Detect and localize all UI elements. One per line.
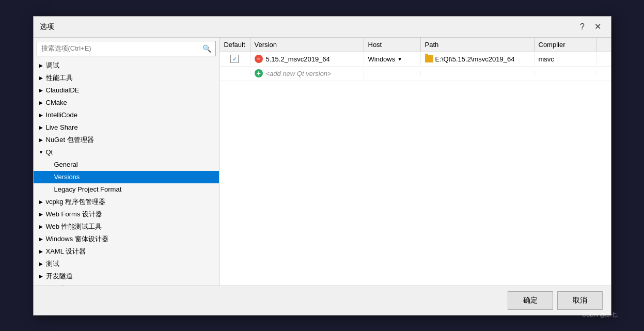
tree-arrow-platform: ▶	[38, 285, 45, 286]
table-header: Default Version Host Path Compiler	[219, 38, 611, 52]
tree-label-claudia: ClaudialDE	[46, 86, 80, 94]
right-panel: Default Version Host Path Compiler ✓ −	[219, 38, 611, 286]
tree-label-platform: 隐平台	[46, 284, 66, 286]
tree-item-perf[interactable]: ▶性能工具	[34, 72, 219, 84]
tree-arrow-webperf: ▶	[38, 223, 45, 230]
add-icon: +	[255, 69, 263, 77]
host-value: Windows	[368, 55, 396, 63]
tree-item-windows[interactable]: ▶Windows 窗体设计器	[34, 233, 219, 245]
tree-item-qt[interactable]: ▼Qt	[34, 146, 219, 159]
tree-label-nuget: NuGet 包管理器	[46, 135, 94, 145]
tree-label-perf: 性能工具	[46, 73, 73, 83]
add-version-row[interactable]: + <add new Qt version>	[219, 67, 611, 81]
dialog-body: 🔍 ▶调试▶性能工具▶ClaudialDE▶CMake▶IntelliCode▶…	[34, 38, 611, 286]
tree-arrow-liveshare: ▶	[38, 124, 45, 131]
tree-item-nuget[interactable]: ▶NuGet 包管理器	[34, 134, 219, 146]
tree-item-devpipe[interactable]: ▶开发隧道	[34, 270, 219, 282]
error-icon: −	[255, 55, 263, 63]
tree-arrow-perf: ▶	[38, 74, 45, 82]
host-dropdown-icon: ▼	[397, 56, 402, 62]
left-panel: 🔍 ▶调试▶性能工具▶ClaudialDE▶CMake▶IntelliCode▶…	[34, 38, 219, 286]
tree-item-webforms[interactable]: ▶Web Forms 设计器	[34, 208, 219, 220]
tree-item-qt-legacy[interactable]: Legacy Project Format	[34, 183, 219, 196]
help-button[interactable]: ?	[576, 21, 589, 33]
options-dialog: 选项 ? ✕ 🔍 ▶调试▶性能工具▶ClaudialDE▶CMake▶Intel…	[33, 16, 611, 316]
tree-label-liveshare: Live Share	[46, 123, 78, 131]
add-default-cell	[219, 71, 250, 75]
ok-button[interactable]: 确定	[508, 291, 553, 310]
tree-arrow-debug: ▶	[38, 62, 45, 69]
cell-path: E:\Qt\5.15.2\msvc2019_64	[421, 53, 535, 65]
dialog-footer: 确定 取消	[34, 286, 611, 315]
tree-label-test: 测试	[46, 259, 59, 269]
cell-version: − 5.15.2_msvc2019_64	[250, 53, 364, 65]
tree-item-liveshare[interactable]: ▶Live Share	[34, 121, 219, 134]
tree-label-qt-general: General	[54, 161, 78, 168]
col-header-default: Default	[219, 38, 250, 52]
title-bar: 选项 ? ✕	[34, 17, 611, 38]
search-input[interactable]	[41, 44, 202, 52]
table-body: ✓ − 5.15.2_msvc2019_64 Windows ▼ E:\Q	[219, 52, 611, 286]
dialog-backdrop: 选项 ? ✕ 🔍 ▶调试▶性能工具▶ClaudialDE▶CMake▶Intel…	[23, 11, 622, 321]
folder-icon	[425, 55, 433, 62]
tree-label-xaml: XAML 设计器	[46, 247, 86, 256]
tree-container[interactable]: ▶调试▶性能工具▶ClaudialDE▶CMake▶IntelliCode▶Li…	[34, 59, 219, 286]
tree-item-cmake[interactable]: ▶CMake	[34, 97, 219, 109]
tree-item-webperf[interactable]: ▶Web 性能测试工具	[34, 220, 219, 233]
watermark: CSDN @陈七.	[582, 311, 618, 319]
tree-item-qt-general[interactable]: General	[34, 159, 219, 171]
col-header-path: Path	[421, 38, 535, 52]
tree-label-vcpkg: vcpkg 程序包管理器	[46, 197, 106, 207]
tree-label-windows: Windows 窗体设计器	[46, 234, 108, 244]
tree-item-claudia[interactable]: ▶ClaudialDE	[34, 84, 219, 97]
tree-arrow-qt-legacy	[46, 186, 53, 193]
add-compiler-cell	[535, 71, 596, 75]
tree-arrow-qt: ▼	[38, 149, 45, 156]
title-buttons: ? ✕	[576, 21, 605, 33]
tree-arrow-webforms: ▶	[38, 211, 45, 218]
cancel-button[interactable]: 取消	[557, 291, 603, 310]
tree-arrow-test: ▶	[38, 260, 45, 267]
dialog-title: 选项	[40, 22, 54, 31]
tree-item-qt-versions[interactable]: Versions	[34, 171, 219, 183]
tree-item-test[interactable]: ▶测试	[34, 258, 219, 270]
close-button[interactable]: ✕	[591, 21, 605, 33]
tree-item-intellicode[interactable]: ▶IntelliCode	[34, 109, 219, 121]
version-label: 5.15.2_msvc2019_64	[266, 55, 330, 63]
tree-label-qt: Qt	[46, 148, 53, 156]
tree-item-vcpkg[interactable]: ▶vcpkg 程序包管理器	[34, 196, 219, 208]
tree-label-qt-legacy: Legacy Project Format	[54, 185, 122, 193]
default-checkbox[interactable]: ✓	[230, 55, 239, 63]
cell-default: ✓	[219, 53, 250, 65]
tree-label-debug: 调试	[46, 61, 59, 70]
tree-label-webforms: Web Forms 设计器	[46, 210, 103, 219]
tree-arrow-cmake: ▶	[38, 99, 45, 106]
search-bar[interactable]: 🔍	[37, 41, 216, 56]
tree-label-cmake: CMake	[46, 99, 67, 106]
tree-arrow-qt-versions	[46, 174, 53, 181]
col-header-host: Host	[364, 38, 421, 52]
add-version-label[interactable]: <add new Qt version>	[266, 70, 332, 77]
tree-label-devpipe: 开发隧道	[46, 272, 73, 281]
tree-item-platform[interactable]: ▶隐平台	[34, 282, 219, 286]
compiler-value: msvc	[539, 55, 554, 63]
col-header-version: Version	[250, 38, 364, 52]
tree-arrow-vcpkg: ▶	[38, 198, 45, 206]
add-version-cell[interactable]: + <add new Qt version>	[250, 67, 364, 80]
tree-item-debug[interactable]: ▶调试	[34, 59, 219, 72]
table-row[interactable]: ✓ − 5.15.2_msvc2019_64 Windows ▼ E:\Q	[219, 52, 611, 67]
tree-label-webperf: Web 性能测试工具	[46, 222, 102, 231]
tree-item-xaml[interactable]: ▶XAML 设计器	[34, 245, 219, 258]
tree-arrow-claudia: ▶	[38, 87, 45, 94]
tree-arrow-nuget: ▶	[38, 136, 45, 144]
cell-host[interactable]: Windows ▼	[364, 53, 421, 65]
tree-arrow-intellicode: ▶	[38, 112, 45, 119]
tree-arrow-devpipe: ▶	[38, 273, 45, 280]
tree-arrow-qt-general	[46, 161, 53, 168]
add-path-cell	[421, 71, 535, 75]
tree-label-intellicode: IntelliCode	[46, 111, 77, 119]
path-value: E:\Qt\5.15.2\msvc2019_64	[435, 55, 515, 63]
tree-label-qt-versions: Versions	[54, 173, 80, 181]
tree-arrow-windows: ▶	[38, 235, 45, 243]
cell-compiler: msvc	[535, 53, 596, 65]
